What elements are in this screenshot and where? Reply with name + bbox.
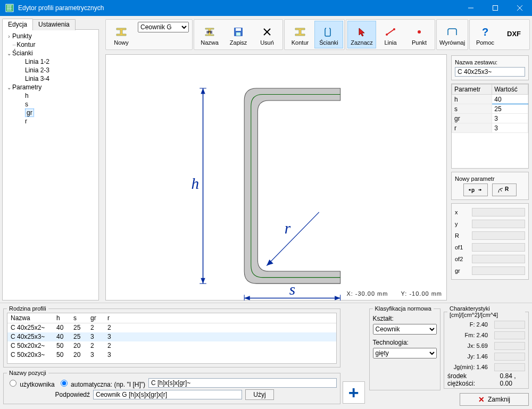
delete-button[interactable]: Usuń — [253, 21, 281, 48]
svg-rect-2 — [493, 6, 498, 11]
expand-icon[interactable]: › — [6, 34, 12, 39]
table-row: C 40x25x2~402522 — [7, 323, 336, 332]
walls-icon — [322, 26, 335, 38]
title-bar: Edytor profili parametrycznych — [0, 0, 532, 16]
align-icon — [446, 26, 459, 38]
tree-contour[interactable]: Kontur — [16, 41, 35, 48]
radio-auto[interactable]: automatyczna: (np. "I [H]") — [58, 378, 145, 388]
geo-of2[interactable] — [472, 255, 525, 263]
help-button[interactable]: ? Pomoc — [471, 21, 500, 48]
svg-point-11 — [386, 34, 388, 36]
svg-line-10 — [387, 29, 394, 35]
select-button[interactable]: Zaznacz — [347, 21, 376, 48]
tree-points[interactable]: Punkty — [12, 32, 32, 40]
shape-select[interactable]: Ceownik — [373, 324, 437, 335]
auto-name-input[interactable] — [148, 378, 337, 388]
save-button[interactable]: Zapisz — [224, 21, 253, 48]
cursor-icon — [355, 26, 368, 38]
char-Jx-box — [494, 342, 525, 350]
char-F-box — [494, 321, 525, 329]
tree-view[interactable]: ›Punkty ···Kontur ⌄Ścianki Linia 1-2 Lin… — [2, 30, 99, 301]
app-icon — [4, 3, 15, 13]
tab-settings[interactable]: Ustawienia — [32, 19, 76, 30]
param-table[interactable]: ParametrWartość h40 s25 gr3 r3 — [451, 84, 529, 169]
add-button[interactable]: + — [343, 381, 365, 404]
profile-select[interactable]: Ceownik G — [138, 22, 189, 32]
dim-r-label: r — [285, 220, 291, 237]
save-icon — [232, 26, 245, 38]
svg-rect-6 — [236, 28, 241, 31]
svg-text:p: p — [471, 187, 475, 193]
dxf-button[interactable]: DXF — [500, 21, 528, 48]
hint-input[interactable] — [93, 390, 242, 399]
ipe-icon: IPE — [203, 26, 216, 38]
contour-icon — [294, 26, 306, 38]
ibeam-icon — [115, 26, 128, 38]
drawing-canvas[interactable]: h s r X: -30.00 mm Y: — [105, 54, 447, 301]
svg-line-20 — [267, 212, 319, 266]
geo-of1[interactable] — [472, 243, 525, 252]
tree-params[interactable]: Parametry — [12, 84, 41, 91]
classification-group: Klasyfikacja normowa Kształt: Ceownik Te… — [369, 305, 441, 390]
char-Jy-box — [494, 353, 525, 361]
tree-param-r[interactable]: r — [25, 118, 27, 125]
toolbar: Nowy Ceownik G IPE Nazwa Zapisz — [103, 18, 532, 52]
dim-s-label: s — [289, 281, 295, 298]
tree-param-gr[interactable]: gr — [25, 108, 34, 117]
new-param-label: Nowy parametr — [455, 176, 525, 182]
contour-button[interactable]: Kontur — [286, 21, 314, 48]
tree-param-h[interactable]: h — [25, 92, 29, 99]
align-button[interactable]: Wyrównaj — [438, 21, 467, 48]
new-param-r-button[interactable]: R — [492, 183, 517, 196]
status-coordinates: X: -30.00 mm Y: -10.00 mm — [346, 290, 442, 297]
point-icon — [413, 26, 426, 38]
maximize-button[interactable] — [483, 0, 508, 16]
geo-gr[interactable] — [472, 266, 525, 275]
table-row: C 50x20x2~502022 — [7, 341, 336, 350]
profile-family-group: Rodzina profili Nazwa h s gr r C 40x25x2… — [3, 305, 340, 368]
family-table[interactable]: Nazwa h s gr r C 40x25x2~402522 C 40x25x… — [7, 313, 337, 364]
table-row: C 40x25x3~402533 — [7, 332, 336, 341]
tree-param-s[interactable]: s — [25, 101, 28, 108]
tree-line23[interactable]: Linia 2-3 — [25, 66, 49, 74]
svg-rect-7 — [236, 32, 240, 36]
close-button[interactable]: ✕ Zamknij — [460, 393, 529, 406]
geo-y[interactable] — [472, 220, 525, 228]
close-window-button[interactable] — [508, 0, 532, 16]
collapse-icon[interactable]: ⌄ — [6, 85, 12, 90]
line-icon — [384, 26, 397, 38]
close-icon: ✕ — [478, 395, 485, 404]
point-button[interactable]: Punkt — [405, 21, 434, 48]
collapse-icon[interactable]: ⌄ — [6, 51, 12, 56]
line-button[interactable]: Linia — [376, 21, 405, 48]
radio-user[interactable]: użytkownika — [7, 378, 55, 388]
table-row: C 50x20x3~502033 — [7, 350, 336, 360]
window-title: Edytor profili parametrycznych — [18, 4, 459, 12]
char-Fm-box — [494, 331, 525, 339]
minimize-button[interactable] — [459, 0, 483, 16]
geo-R[interactable] — [472, 231, 525, 240]
tree-line34[interactable]: Linia 3-4 — [25, 75, 49, 82]
tab-edit[interactable]: Edycja — [2, 19, 33, 30]
tree-walls[interactable]: Ścianki — [12, 49, 33, 57]
svg-text:R: R — [505, 186, 509, 192]
tree-line12[interactable]: Linia 1-2 — [25, 58, 49, 65]
use-button[interactable]: Użyj — [245, 389, 274, 400]
dim-h-label: h — [192, 175, 200, 192]
left-tabs: Edycja Ustawienia — [2, 18, 99, 30]
set-name-label: Nazwa zestawu: — [455, 59, 525, 65]
new-param-p-button[interactable]: p — [463, 183, 488, 196]
technology-select[interactable]: gięty — [373, 348, 437, 358]
svg-point-13 — [418, 30, 421, 34]
position-names-group: Nazwy pozycji użytkownika automatyczna: … — [3, 370, 340, 404]
name-button[interactable]: IPE Nazwa — [195, 21, 224, 48]
set-name-input[interactable] — [455, 67, 525, 77]
walls-button[interactable]: Ścianki — [314, 21, 343, 48]
geo-x[interactable] — [472, 208, 525, 216]
delete-icon — [261, 26, 273, 38]
char-Jg-box — [494, 363, 525, 371]
characteristics-group: Charakterystyki [cm]/[cm^2]/[cm^4] F: 2.… — [444, 305, 529, 389]
svg-point-12 — [393, 28, 395, 30]
help-icon: ? — [479, 26, 492, 38]
new-button[interactable]: Nowy — [107, 21, 136, 48]
